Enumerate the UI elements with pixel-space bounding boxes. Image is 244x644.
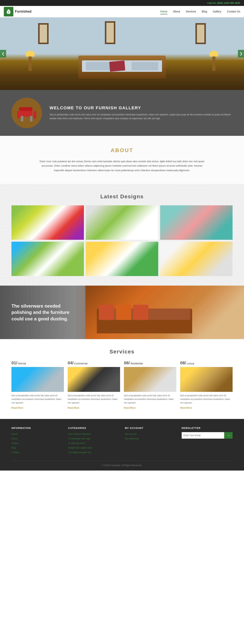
service-description-2: Sed ut perspiciatis unde omnis iste natu…	[68, 394, 120, 404]
service-read-more-4[interactable]: Read More	[180, 406, 192, 409]
service-card-3: 06/Residential Sed ut perspiciatis unde …	[124, 360, 176, 410]
design-card-4[interactable]	[11, 242, 84, 276]
banner-sofa-image	[85, 286, 244, 339]
footer-copyright: © 2019 Furnished. All Rights Reserved.	[11, 461, 233, 467]
nav-blog[interactable]: Blog	[202, 9, 207, 14]
main-nav: Home About Services Blog Gallery Contact…	[160, 9, 240, 14]
hero-slider: ❮ ❯	[0, 18, 244, 90]
footer-cat-link[interactable]: Ut vulputate nibh eget	[68, 437, 91, 440]
welcome-section: WELCOME TO OUR FURNISH GALLERY Sed ut pe…	[0, 90, 244, 136]
footer-info-link[interactable]: Contact	[11, 451, 19, 454]
footer-information-links: HomeAboutGalleryBlogContact	[11, 432, 63, 454]
design-card-1[interactable]	[11, 205, 84, 240]
footer-categories-title: CATEGORIES	[68, 426, 119, 430]
lamp-left-pole	[29, 56, 32, 71]
footer-information: INFORMATION HomeAboutGalleryBlogContact	[11, 426, 63, 455]
banner-section: The silverware needed polishing and the …	[0, 286, 244, 339]
footer-account-item: My addresses	[125, 437, 176, 440]
wall-frame-center	[105, 21, 115, 44]
logo-text: Furnished	[15, 10, 31, 14]
service-description-4: Sed ut perspiciatis unde omnis iste natu…	[180, 394, 233, 404]
design-card-3[interactable]	[160, 205, 233, 240]
wall-frame-left	[38, 23, 49, 44]
pillow-left	[86, 62, 113, 70]
pillow-center	[109, 60, 125, 72]
nav-services[interactable]: Services	[186, 9, 196, 14]
banner-text: The silverware needed polishing and the …	[11, 303, 72, 322]
copyright-text: © 2019 Furnished. All Rights Reserved.	[102, 464, 142, 467]
about-section: ABOUT Dolor nunc vule putateulr lps dol …	[0, 136, 244, 184]
services-grid: 01/Normal Sed ut perspiciatis unde omnis…	[11, 360, 233, 410]
footer-cat-item: Ut vulputate nibh eget	[68, 437, 119, 440]
chair-illustration	[15, 102, 38, 124]
footer-account-links: My accountMy addresses	[125, 432, 176, 440]
newsletter-submit-button[interactable]: →	[224, 432, 233, 439]
nav-about[interactable]: About	[173, 9, 180, 14]
footer-info-link[interactable]: About	[11, 437, 17, 440]
logo-icon	[4, 7, 13, 16]
svg-rect-3	[30, 116, 32, 122]
service-image-2	[68, 367, 120, 392]
footer-newsletter: NEWSLETTER →	[182, 426, 233, 455]
nav-home[interactable]: Home	[160, 9, 167, 14]
call-label: Call Us:	[207, 2, 216, 4]
slider-prev-button[interactable]: ❮	[0, 50, 6, 58]
pillow-right	[131, 62, 158, 70]
footer-cat-link[interactable]: In vehicula matro	[68, 442, 86, 444]
top-bar: Call Us: (800) 1444 000 4040	[0, 0, 244, 6]
nav-gallery[interactable]: Gallery	[213, 9, 221, 14]
footer-grid: INFORMATION HomeAboutGalleryBlogContact …	[11, 426, 233, 455]
footer-cat-link[interactable]: Nam tempus libendum	[68, 433, 91, 436]
logo: Furnished	[4, 7, 31, 16]
slider-next-button[interactable]: ❯	[238, 50, 244, 58]
designs-grid	[11, 205, 233, 276]
phone-number: (800) 1444 000 4040	[217, 2, 240, 4]
footer-info-link[interactable]: Gallery	[11, 442, 19, 444]
services-section: Services 01/Normal Sed ut perspiciatis u…	[0, 339, 244, 419]
welcome-description: Sed ut perspiciatis unde omnis iste natu…	[50, 113, 233, 120]
footer-categories-links: Nam tempus libendumUt vulputate nibh ege…	[68, 432, 119, 454]
svg-rect-5	[17, 111, 20, 119]
services-title: Services	[11, 349, 233, 355]
service-read-more-2[interactable]: Read More	[68, 406, 79, 409]
design-card-6[interactable]	[160, 242, 233, 276]
service-description-1: Sed ut perspiciatis unde omnis iste natu…	[11, 394, 64, 404]
service-image-4	[180, 367, 233, 392]
service-read-more-1[interactable]: Read More	[11, 406, 23, 409]
wall-frame-right	[195, 23, 206, 44]
footer-info-link[interactable]: Home	[11, 433, 17, 436]
site-header: Furnished Home About Services Blog Galle…	[0, 6, 244, 18]
footer-info-item: About	[11, 437, 63, 440]
design-card-2[interactable]	[86, 205, 158, 240]
designs-title: Latest Designs	[11, 194, 233, 200]
footer-info-item: Contact	[11, 450, 63, 454]
service-number-2: 04/Commercial	[68, 360, 120, 366]
footer-cat-item: Integer sad sagittis ante	[68, 446, 119, 449]
footer-information-title: INFORMATION	[11, 426, 63, 430]
footer-account-link[interactable]: My addresses	[125, 437, 139, 440]
lamp-right-pole	[212, 56, 215, 71]
footer-cat-item: In vehicula matro	[68, 441, 119, 445]
footer-cat-link[interactable]: Integer sad sagittis ante	[68, 446, 93, 449]
about-text: Dolor nunc vule putateulr lps dol consec…	[36, 159, 208, 172]
service-image-1	[11, 367, 64, 392]
footer-account-link[interactable]: My account	[125, 433, 136, 436]
service-card-2: 04/Commercial Sed ut perspiciatis unde o…	[68, 360, 120, 410]
footer-info-link[interactable]: Blog	[11, 446, 16, 449]
footer-account-item: My account	[125, 432, 176, 436]
footer-categories: CATEGORIES Nam tempus libendumUt vulputa…	[68, 426, 119, 455]
footer-cat-link[interactable]: Ut fringilla at quam nec	[68, 451, 92, 454]
footer-cat-item: Ut fringilla at quam nec	[68, 450, 119, 454]
footer-cat-item: Nam tempus libendum	[68, 432, 119, 436]
design-card-5[interactable]	[86, 242, 158, 276]
about-title: ABOUT	[15, 147, 229, 154]
newsletter-form: →	[182, 432, 233, 439]
newsletter-input[interactable]	[182, 432, 224, 439]
service-number-4: 08/Luxury	[180, 360, 233, 366]
service-read-more-3[interactable]: Read More	[124, 406, 135, 409]
footer-info-item: Home	[11, 432, 63, 436]
service-number-1: 01/Normal	[11, 360, 64, 366]
nav-contact[interactable]: Contact Us	[227, 9, 240, 14]
welcome-title: WELCOME TO OUR FURNISH GALLERY	[50, 106, 233, 110]
site-footer: INFORMATION HomeAboutGalleryBlogContact …	[0, 419, 244, 470]
